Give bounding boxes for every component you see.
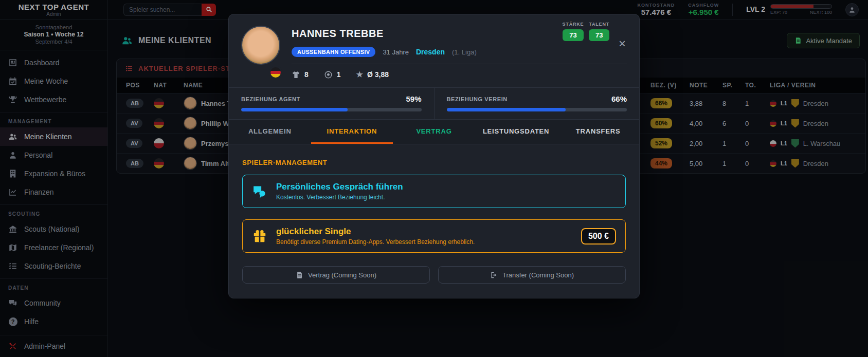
close-icon[interactable]: × <box>616 37 629 50</box>
matches-stat: 8 <box>292 70 309 79</box>
relation-verein: BEZIEHUNG VEREIN 66% <box>434 88 640 119</box>
tab-allgemein[interactable]: ALLGEMEIN <box>229 120 311 144</box>
gift-card-subtitle: Benötigt diverse Premium Dating-Apps. Ve… <box>276 238 475 246</box>
player-photo <box>241 26 280 65</box>
chat-bubbles-icon <box>252 184 267 199</box>
position-pill: AUSSENBAHN OFFENSIV <box>292 47 375 57</box>
gift-option-card[interactable]: glücklicher Single Benötigt diverse Prem… <box>242 219 626 253</box>
talent-badge: 73 <box>589 29 609 41</box>
relation-agent-pct: 59% <box>406 95 421 103</box>
player-club-link[interactable]: Dresden <box>416 48 445 56</box>
gift-card-title: glücklicher Single <box>276 227 475 237</box>
relation-verein-pct: 66% <box>611 95 627 103</box>
staerke-block: STÄRKE 73 <box>563 22 584 41</box>
tab-transfers[interactable]: TRANSFERS <box>557 120 639 144</box>
jersey-icon <box>292 70 300 79</box>
relation-agent-label: BEZIEHUNG AGENT <box>241 96 300 102</box>
talent-label: TALENT <box>589 22 609 27</box>
goals-value: 1 <box>337 70 341 79</box>
vertrag-button-label: Vertrag (Coming Soon) <box>308 271 376 279</box>
relation-verein-label: BEZIEHUNG VEREIN <box>447 96 508 102</box>
staerke-badge: 73 <box>563 29 584 41</box>
soccer-ball-icon <box>324 70 333 79</box>
transfer-button-label: Transfer (Coming Soon) <box>502 271 574 279</box>
talk-card-subtitle: Kostenlos. Verbessert Beziehung leicht. <box>276 194 403 201</box>
relation-verein-fill <box>447 108 566 111</box>
relation-agent-bar <box>241 108 422 111</box>
player-photo-wrap <box>241 26 280 79</box>
gift-price-button[interactable]: 500 € <box>581 228 616 245</box>
staerke-label: STÄRKE <box>563 22 584 27</box>
tab-interaktion[interactable]: INTERAKTION <box>311 120 393 144</box>
rating-value: Ø 3,88 <box>367 70 389 79</box>
star-icon: ★ <box>356 70 363 79</box>
section-title: SPIELER-MANAGEMENT <box>242 159 626 166</box>
matches-value: 8 <box>304 70 309 79</box>
gift-icon <box>252 229 267 244</box>
talk-option-card[interactable]: Persönliches Gespräch führen Kostenlos. … <box>242 175 626 208</box>
tab-leistungsdaten[interactable]: LEISTUNGSDATEN <box>475 120 557 144</box>
player-nationality-flag-icon <box>269 66 282 79</box>
transfer-coming-soon-button[interactable]: Transfer (Coming Soon) <box>438 266 626 284</box>
player-age: 31 Jahre <box>383 48 409 56</box>
relation-agent: BEZIEHUNG AGENT 59% <box>229 88 434 119</box>
talent-block: TALENT 73 <box>589 22 609 41</box>
player-detail-modal: HANNES TREBBE AUSSENBAHN OFFENSIV 31 Jah… <box>228 14 640 298</box>
talk-card-title: Persönliches Gespräch führen <box>276 182 403 192</box>
modal-tabs: ALLGEMEIN INTERAKTION VERTRAG LEISTUNGSD… <box>229 120 639 144</box>
relation-verein-bar <box>447 108 627 111</box>
transfer-icon <box>490 271 498 279</box>
rating-stat: ★ Ø 3,88 <box>356 70 389 79</box>
tab-vertrag[interactable]: VERTRAG <box>393 120 475 144</box>
player-league: (1. Liga) <box>452 48 477 56</box>
relation-agent-fill <box>241 108 348 111</box>
goals-stat: 1 <box>324 70 341 79</box>
vertrag-coming-soon-button[interactable]: Vertrag (Coming Soon) <box>242 266 430 284</box>
contract-icon <box>296 271 303 279</box>
